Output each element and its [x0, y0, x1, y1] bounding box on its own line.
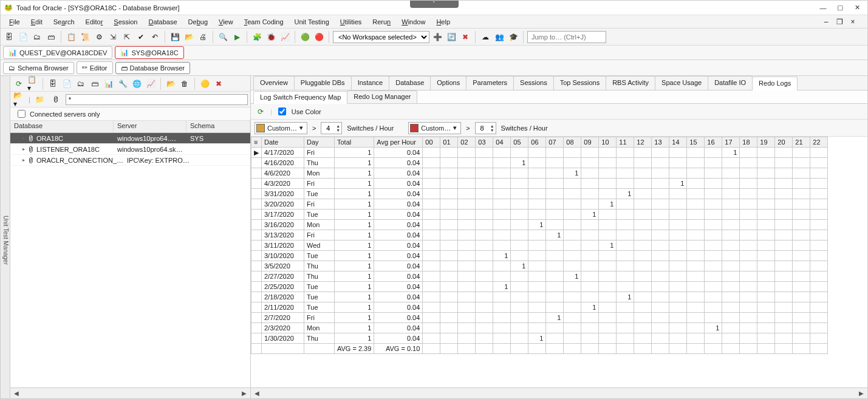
rollback-icon[interactable]: ↶ [149, 31, 161, 43]
tab-datafile-io[interactable]: Datafile IO [708, 76, 753, 90]
tab-instance[interactable]: Instance [351, 76, 390, 90]
col-server[interactable]: Server [114, 121, 186, 132]
menu-team-coding[interactable]: Team Coding [239, 17, 289, 27]
expand-icon[interactable]: ▸ [22, 146, 25, 152]
table-row[interactable]: 2/7/2020Fri10.041 [251, 313, 828, 323]
table-row[interactable]: 4/3/2020Fri10.041 [251, 179, 828, 189]
tab-schema-browser[interactable]: 🗂 Schema Browser [3, 62, 74, 74]
tb-ico-2[interactable]: 📄 [61, 78, 73, 90]
menu-view[interactable]: View [214, 17, 238, 27]
menu-help[interactable]: Help [431, 17, 455, 27]
table-row[interactable]: 3/31/2020Tue10.041 [251, 189, 828, 199]
grid-header[interactable]: 11 [617, 137, 634, 148]
schema-browser-icon[interactable]: 🗂 [31, 31, 43, 43]
tb-ico-6[interactable]: 🔧 [117, 78, 129, 90]
grid-header[interactable]: 19 [757, 137, 775, 148]
tb-ico-12[interactable]: ✖ [213, 78, 225, 90]
col-schema[interactable]: Schema [186, 121, 250, 132]
debug-icon[interactable]: 🐞 [265, 31, 277, 43]
grid-header[interactable]: 01 [440, 137, 458, 148]
table-row[interactable]: 4/6/2020Mon10.041 [251, 168, 828, 179]
folder-icon[interactable]: 📁 [34, 94, 46, 106]
community-icon[interactable]: 👥 [493, 31, 505, 43]
menu-debug[interactable]: Debug [183, 17, 213, 27]
color2-value[interactable] [476, 124, 489, 132]
workspace-refresh-icon[interactable]: 🔄 [445, 31, 457, 43]
db-row[interactable]: ▸🛢ORA18Cwindows10pro64….SYS [10, 133, 250, 144]
grid-header[interactable]: 12 [634, 137, 652, 148]
use-color-checkbox[interactable] [278, 107, 286, 115]
tb-ico-5[interactable]: 📊 [103, 78, 115, 90]
tb-ico-11[interactable]: 🟡 [199, 78, 211, 90]
color1-value[interactable] [321, 124, 335, 132]
export-icon[interactable]: ⇲ [107, 31, 119, 43]
folder-open-icon[interactable]: 📂▾ [13, 94, 25, 106]
trace-icon[interactable]: 📈 [279, 31, 291, 43]
close-button[interactable]: ✕ [850, 3, 864, 13]
tab-overview[interactable]: Overview [253, 76, 295, 90]
menu-rerun[interactable]: Rerun [367, 17, 395, 27]
color2-spinner[interactable]: ▲▼ [475, 122, 496, 134]
side-tab-unit-test[interactable]: Unit Test Manager [2, 213, 10, 267]
db-browser-icon[interactable]: 🗃 [45, 31, 57, 43]
grid-header[interactable]: 21 [793, 137, 810, 148]
grid-header[interactable]: 03 [476, 137, 493, 148]
copy-icon[interactable]: 📋▾ [27, 78, 39, 90]
grid-header[interactable]: 17 [722, 137, 740, 148]
grid-header[interactable]: 15 [687, 137, 705, 148]
cloud-icon[interactable]: ☁ [479, 31, 491, 43]
db-row[interactable]: ▸🛢ORACLR_CONNECTION_…IPC\Key: EXTPROC152… [10, 155, 250, 166]
color1-spinner[interactable]: ▲▼ [321, 122, 342, 134]
grid-scroll[interactable]: ≡DateDayTotalAvg per Hour000102030405060… [251, 137, 867, 387]
grid-header[interactable]: 07 [546, 137, 564, 148]
grid-header[interactable]: 04 [493, 137, 511, 148]
import-icon[interactable]: ⇱ [121, 31, 133, 43]
menu-editor[interactable]: Editor [81, 17, 108, 27]
right-scrollbar[interactable]: ◀▶ [251, 387, 867, 398]
maximize-button[interactable]: ▢ [833, 3, 847, 13]
table-row[interactable]: 1/30/2020Thu10.041 [251, 333, 828, 344]
tb-ico-1[interactable]: 🗄 [47, 78, 59, 90]
menu-session[interactable]: Session [109, 17, 142, 27]
jump-to-input[interactable] [527, 31, 606, 43]
tab-database-browser[interactable]: 🗃 Database Browser [115, 62, 191, 74]
new-connection-icon[interactable]: 🗄 [3, 31, 15, 43]
connected-only-checkbox[interactable] [18, 110, 26, 118]
table-row[interactable]: ▶4/17/2020Fri10.041 [251, 148, 828, 158]
table-row[interactable]: 2/3/2020Mon10.041 [251, 323, 828, 333]
menu-search[interactable]: Search [49, 17, 80, 27]
table-row[interactable]: 4/16/2020Thu10.041 [251, 158, 828, 168]
color2-select[interactable]: Custom… ▾ [408, 122, 461, 134]
menu-utilities[interactable]: Utilities [335, 17, 366, 27]
grid-header[interactable]: 16 [705, 137, 722, 148]
help-icon[interactable]: 🎓 [507, 31, 519, 43]
grid-header[interactable]: 08 [564, 137, 581, 148]
db-row[interactable]: ▸🛢LISTENER_ORA18Cwindows10pro64.skytap.e… [10, 144, 250, 155]
table-row[interactable]: 2/11/2020Tue10.041 [251, 302, 828, 313]
menu-file[interactable]: File [4, 17, 25, 27]
print-icon[interactable]: 🖨 [197, 31, 209, 43]
refresh-grid-icon[interactable]: ⟳ [255, 106, 267, 118]
tab-database[interactable]: Database [389, 76, 431, 90]
execute-icon[interactable]: ▶ [231, 31, 243, 43]
table-row[interactable]: 3/11/2020Wed10.041 [251, 240, 828, 251]
table-row[interactable]: 3/20/2020Fri10.041 [251, 199, 828, 210]
table-row[interactable]: 2/27/2020Thu10.041 [251, 271, 828, 282]
menu-window[interactable]: Window [397, 17, 430, 27]
cylinder-icon[interactable]: 🛢 [50, 94, 62, 106]
table-row[interactable]: 3/13/2020Fri10.041 [251, 230, 828, 240]
connection-tab-sys[interactable]: 📊 SYS@ORA18C [115, 46, 183, 59]
menu-edit[interactable]: Edit [26, 17, 47, 27]
tab-top-sessions[interactable]: Top Sessions [553, 76, 606, 90]
left-scrollbar[interactable]: ◀▶ [10, 387, 250, 398]
menu-database[interactable]: Database [143, 17, 182, 27]
table-row[interactable]: 2/18/2020Tue10.041 [251, 292, 828, 302]
tab-pluggable-dbs[interactable]: Pluggable DBs [294, 76, 352, 90]
grid-header[interactable]: 09 [581, 137, 599, 148]
grid-header[interactable]: Avg per Hour [374, 137, 423, 148]
tb-ico-3[interactable]: 🗂 [75, 78, 87, 90]
drag-handle[interactable]: ˅ [410, 1, 459, 8]
refresh-icon[interactable]: ⟳ [13, 78, 25, 90]
tab-editor[interactable]: ✏ Editor [77, 61, 113, 74]
tab-sessions[interactable]: Sessions [513, 76, 554, 90]
